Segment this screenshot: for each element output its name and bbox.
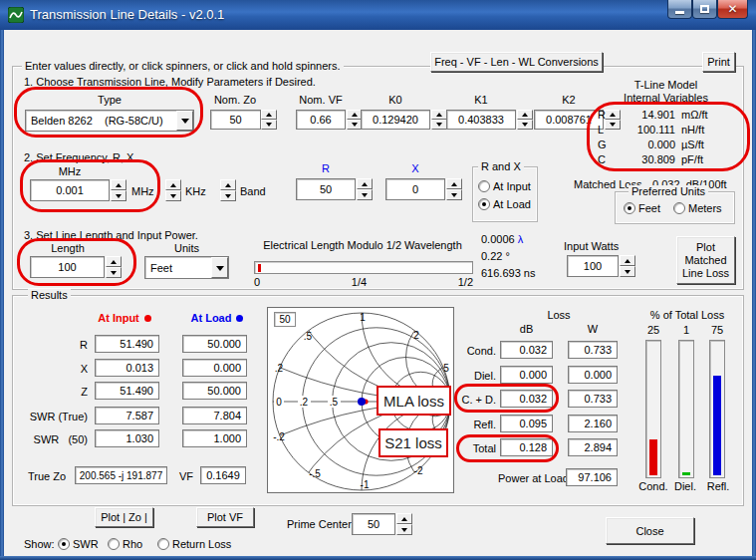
chevron-down-icon[interactable] — [176, 111, 193, 131]
k2-input[interactable]: 0.008761 — [534, 110, 604, 130]
step1-heading: 1. Choose Transmission Line, Modify Para… — [24, 76, 316, 88]
loss-row-label: C. + D. — [450, 394, 496, 406]
show-swr-radio[interactable] — [58, 538, 70, 550]
r-input[interactable]: 50 — [296, 178, 356, 200]
units-meters-label: Meters — [688, 202, 722, 214]
smith-label: 1 — [360, 312, 366, 323]
cd-db-value: 0.032 — [500, 390, 553, 408]
maximize-button[interactable] — [692, 0, 717, 19]
window-title: Transmission Line Details - v2.0.1 — [30, 7, 224, 22]
smith-label: .2 — [300, 397, 309, 408]
plot-matched-line-loss-button[interactable]: Plot Matched Line Loss — [676, 236, 735, 284]
input-watts-label: Input Watts — [564, 240, 619, 252]
result-row-label: Z — [18, 386, 88, 398]
at-load-header-text: At Load — [191, 312, 232, 324]
window-border-bottom — [0, 556, 756, 560]
loss-row-label: Total — [450, 442, 496, 454]
tline-sym: R — [598, 109, 614, 124]
tline-unit: µS/ft — [675, 139, 704, 153]
electrical-length-scale: 0 1/4 1/2 — [254, 276, 473, 288]
band-label: Band — [240, 185, 266, 197]
smith-label: .5 — [330, 397, 339, 408]
step2-heading: 2. Set Frequency, R, X. — [24, 151, 137, 163]
show-rho-radio[interactable] — [108, 538, 120, 550]
vf-label: VF — [179, 470, 193, 482]
tline-row-r: R 14.901 mΩ/ft — [598, 109, 741, 124]
nom-vf-label: Nom. VF — [294, 94, 348, 106]
x-input[interactable]: 0 — [385, 178, 445, 200]
khz-spinner[interactable] — [165, 179, 181, 201]
nom-zo-spinner[interactable] — [261, 110, 277, 130]
k1-spinner[interactable] — [517, 110, 533, 130]
lambda-symbol: λ — [518, 233, 524, 245]
tline-value: 14.901 — [614, 109, 675, 124]
tline-sym: L — [598, 124, 614, 139]
at-input-header: At Input — [85, 312, 164, 324]
k0-spinner[interactable] — [431, 110, 447, 130]
swr-50-at-load-value: 1.000 — [182, 429, 247, 447]
input-watts-spinner[interactable] — [620, 255, 635, 277]
units-feet-radio[interactable] — [624, 202, 635, 214]
show-return-loss-label: Return Loss — [172, 538, 231, 550]
prime-center-input[interactable]: 50 — [352, 513, 395, 535]
show-return-loss-radio[interactable] — [157, 538, 169, 550]
smith-label: -1 — [361, 479, 370, 490]
smith-label: 2 — [413, 330, 419, 341]
mla-loss-callout: MLA loss — [377, 386, 451, 416]
transmission-line-details-window: Transmission Line Details - v2.0.1 ✕ Ent… — [0, 0, 756, 560]
smith-label: -2 — [414, 465, 423, 476]
title-bar[interactable]: Transmission Line Details - v2.0.1 ✕ — [0, 0, 756, 30]
loss-db-header: dB — [500, 323, 553, 335]
scale-quarter: 1/4 — [352, 276, 367, 288]
randx-at-load-radio[interactable] — [478, 198, 490, 210]
chevron-down-icon[interactable] — [211, 257, 228, 278]
close-button[interactable]: Close — [606, 517, 694, 544]
smith-label: 5 — [443, 363, 449, 374]
preferred-units-label: Preferred Units — [629, 185, 708, 197]
true-zo-label: True Zo — [28, 470, 66, 482]
wavelength-value: 0.0006 λ — [481, 233, 523, 245]
length-spinner[interactable] — [106, 256, 122, 278]
x-spinner[interactable] — [446, 178, 462, 200]
app-icon — [8, 7, 24, 23]
k0-input[interactable]: 0.129420 — [361, 110, 430, 130]
length-input[interactable]: 100 — [30, 256, 105, 278]
prime-center-spinner[interactable] — [396, 513, 412, 535]
refl-bar-track — [709, 340, 725, 478]
result-row-label: SWR (True) — [18, 411, 88, 422]
electrical-length-marker — [258, 264, 261, 272]
units-meters-radio[interactable] — [673, 202, 685, 214]
print-button[interactable]: Print — [702, 52, 735, 72]
nom-zo-input[interactable]: 50 — [210, 110, 261, 130]
conversions-button[interactable]: Freq - VF - Len - WL Conversions — [430, 52, 603, 72]
mhz-label: MHz — [30, 165, 110, 177]
minimize-button[interactable] — [667, 0, 692, 19]
mhz-input[interactable]: 0.001 — [30, 179, 110, 201]
plot-vf-button[interactable]: Plot VF — [196, 507, 254, 527]
mhz-spinner[interactable] — [111, 179, 126, 201]
total-w-value: 2.894 — [568, 438, 618, 456]
units-dropdown[interactable]: Feet — [144, 256, 229, 279]
plot-zo-button[interactable]: Plot | Zo | — [95, 507, 153, 527]
window-border-left — [0, 30, 4, 560]
degrees-value: 0.22 ° — [481, 250, 510, 262]
randx-at-input-radio[interactable] — [478, 180, 490, 192]
k1-input[interactable]: 0.403833 — [446, 110, 516, 130]
type-dropdown[interactable]: Belden 8262 (RG-58C/U) — [25, 110, 194, 132]
nom-vf-input[interactable]: 0.66 — [296, 110, 346, 130]
input-watts-input[interactable]: 100 — [567, 255, 619, 277]
diel-w-value: 0.000 — [568, 366, 618, 384]
k0-label: K0 — [361, 94, 430, 106]
smith-label: .5 — [304, 331, 313, 342]
pct-diel-value: 1 — [678, 324, 694, 336]
close-window-button[interactable]: ✕ — [717, 0, 748, 19]
smith-label: .2 — [275, 363, 284, 374]
khz-label: KHz — [185, 185, 206, 197]
scale-half: 1/2 — [458, 276, 473, 288]
r-spinner[interactable] — [357, 178, 373, 200]
z-at-load-value: 50.000 — [182, 382, 247, 400]
band-spinner[interactable] — [220, 179, 236, 201]
red-dot-icon — [144, 315, 151, 322]
type-label: Type — [25, 94, 194, 106]
pct-refl-label: Refl. — [702, 480, 734, 492]
